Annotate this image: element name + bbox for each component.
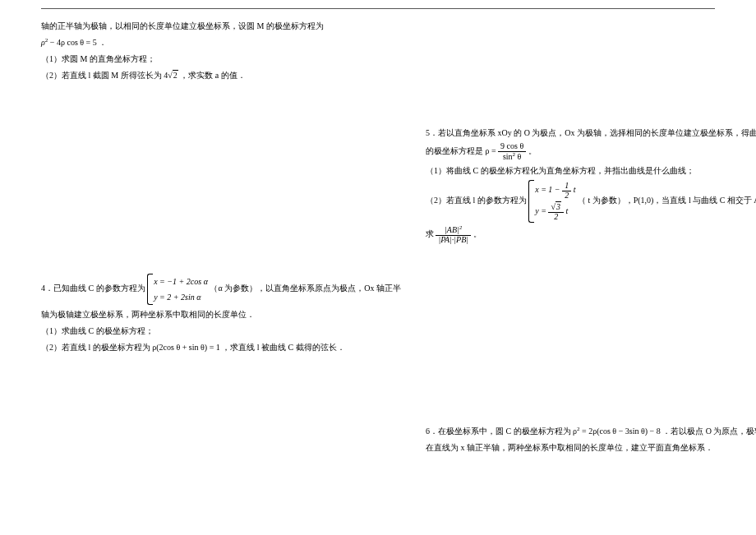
problem6-stem2: 在直线为 x 轴正半轴，两种坐标系中取相同的长度单位，建立平面直角坐标系． [426, 440, 756, 454]
problem3-equation: ρ2 − 4ρ cos θ = 5 ． [41, 35, 401, 49]
problem5-final: 求 |AB|2 |PA|·|PB| 。 [426, 225, 756, 244]
problem4-stem: 4．已知曲线 C 的参数方程为 x = −1 + 2cos α y = 2 + … [41, 274, 401, 305]
problem3-q1: （1）求圆 M 的直角坐标方程； [41, 52, 401, 66]
problem5-stem: 5．若以直角坐标系 xOy 的 O 为极点，Ox 为极轴，选择相同的长度单位建立… [426, 126, 756, 140]
problem6-stem: 6．在极坐标系中，圆 C 的极坐标方程为 ρ2 = 2ρ(cos θ − 3si… [426, 424, 756, 438]
problem5-q2: （2）若直线 l 的参数方程为 x = 1 − 1 2 t y = √3 [426, 180, 756, 223]
problem3-q2: （2）若直线 l 截圆 M 所得弦长为 4√2 ，求实数 a 的值． [41, 68, 401, 82]
problem4-stem2: 轴为极轴建立极坐标系，两种坐标系中取相同的长度单位． [41, 307, 401, 321]
problem5-equation: 的极坐标方程是 ρ = 9 cos θ sin2 θ 。 [426, 142, 756, 161]
problem3-context: 轴的正半轴为极轴，以相同的长度单位建立极坐标系，设圆 M 的极坐标方程为 [41, 19, 401, 33]
problem4-q1: （1）求曲线 C 的极坐标方程； [41, 324, 401, 338]
problem5-q1: （1）将曲线 C 的极坐标方程化为直角坐标方程，并指出曲线是什么曲线； [426, 164, 756, 178]
problem4-q2: （2）若直线 l 的极坐标方程为 ρ(2cos θ + sin θ) = 1 ，… [41, 340, 401, 354]
